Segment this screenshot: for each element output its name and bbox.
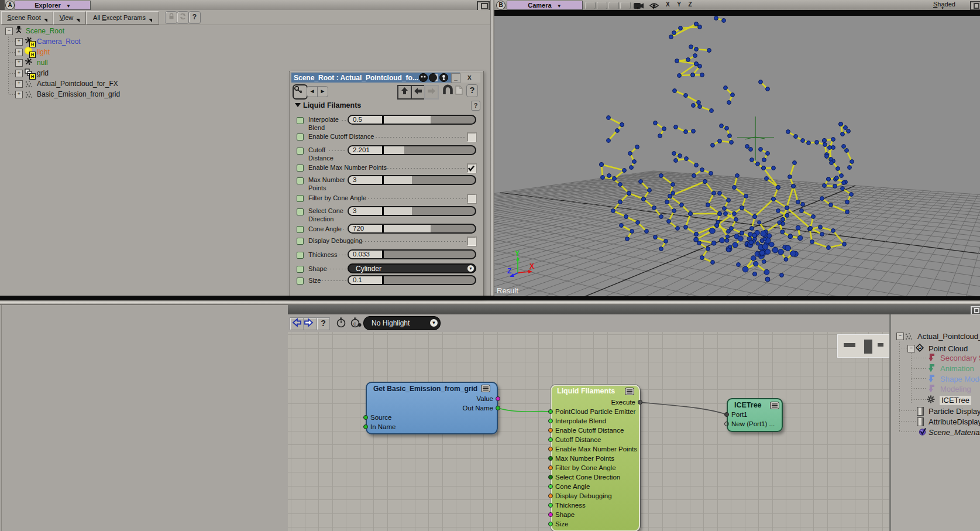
- svg-text:X: X: [529, 262, 534, 270]
- svg-text:P: P: [918, 345, 921, 351]
- svg-text:Y: Y: [515, 249, 520, 258]
- svg-text:Z: Z: [507, 267, 511, 275]
